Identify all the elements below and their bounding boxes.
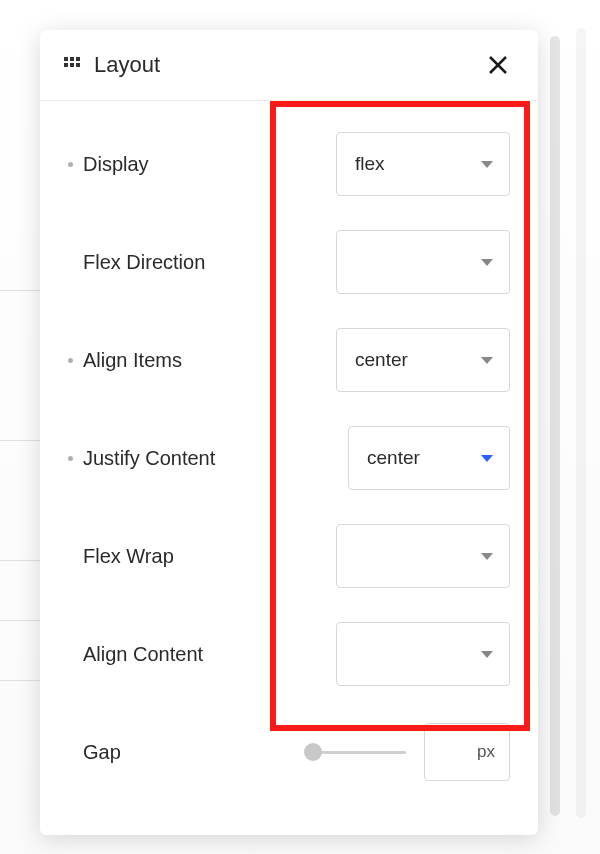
flex-direction-select[interactable] — [336, 230, 510, 294]
align-content-label: Align Content — [83, 643, 203, 666]
bg-divider — [0, 620, 40, 621]
panel-scrollbar[interactable] — [550, 36, 560, 816]
label-wrap: Gap — [68, 741, 248, 764]
row-flex-wrap: Flex Wrap — [68, 523, 510, 589]
layout-panel: Layout Display flex Flex Direction — [40, 30, 538, 835]
gap-label: Gap — [83, 741, 121, 764]
bg-divider — [0, 680, 40, 681]
label-wrap: Align Content — [68, 643, 248, 666]
gap-slider[interactable] — [306, 742, 406, 762]
align-items-select[interactable]: center — [336, 328, 510, 392]
outer-scrollbar[interactable] — [576, 28, 586, 818]
bg-divider — [0, 290, 40, 291]
label-wrap: Flex Direction — [68, 251, 248, 274]
bullet-icon — [68, 456, 73, 461]
svg-rect-3 — [64, 63, 68, 67]
panel-title: Layout — [94, 52, 160, 78]
row-gap: Gap px — [68, 719, 510, 785]
chevron-down-icon — [481, 161, 493, 168]
label-wrap: Display — [68, 153, 248, 176]
row-flex-direction: Flex Direction — [68, 229, 510, 295]
justify-content-select[interactable]: center — [348, 426, 510, 490]
row-justify-content: Justify Content center — [68, 425, 510, 491]
display-value: flex — [355, 153, 385, 175]
align-content-select[interactable] — [336, 622, 510, 686]
panel-header-left: Layout — [64, 52, 160, 78]
svg-rect-0 — [64, 57, 68, 61]
close-icon[interactable] — [486, 53, 510, 77]
chevron-down-icon — [481, 553, 493, 560]
panel-header: Layout — [40, 30, 538, 101]
panel-body: Display flex Flex Direction Align Items — [40, 101, 538, 829]
bg-divider — [0, 560, 40, 561]
align-items-value: center — [355, 349, 408, 371]
gap-unit: px — [477, 742, 495, 762]
display-select[interactable]: flex — [336, 132, 510, 196]
display-label: Display — [83, 153, 149, 176]
align-items-label: Align Items — [83, 349, 182, 372]
justify-content-label: Justify Content — [83, 447, 215, 470]
chevron-down-icon — [481, 455, 493, 462]
bg-divider — [0, 440, 40, 441]
row-display: Display flex — [68, 131, 510, 197]
flex-wrap-label: Flex Wrap — [83, 545, 174, 568]
grid-icon — [64, 57, 80, 73]
gap-controls: px — [306, 723, 510, 781]
row-align-items: Align Items center — [68, 327, 510, 393]
bullet-icon — [68, 358, 73, 363]
chevron-down-icon — [481, 357, 493, 364]
gap-unit-input[interactable]: px — [424, 723, 510, 781]
label-wrap: Justify Content — [68, 447, 248, 470]
label-wrap: Flex Wrap — [68, 545, 248, 568]
bullet-icon — [68, 162, 73, 167]
label-wrap: Align Items — [68, 349, 248, 372]
row-align-content: Align Content — [68, 621, 510, 687]
flex-direction-label: Flex Direction — [83, 251, 205, 274]
svg-rect-4 — [70, 63, 74, 67]
svg-rect-5 — [76, 63, 80, 67]
flex-wrap-select[interactable] — [336, 524, 510, 588]
svg-rect-2 — [76, 57, 80, 61]
justify-content-value: center — [367, 447, 420, 469]
slider-thumb[interactable] — [304, 743, 322, 761]
svg-rect-1 — [70, 57, 74, 61]
chevron-down-icon — [481, 651, 493, 658]
chevron-down-icon — [481, 259, 493, 266]
